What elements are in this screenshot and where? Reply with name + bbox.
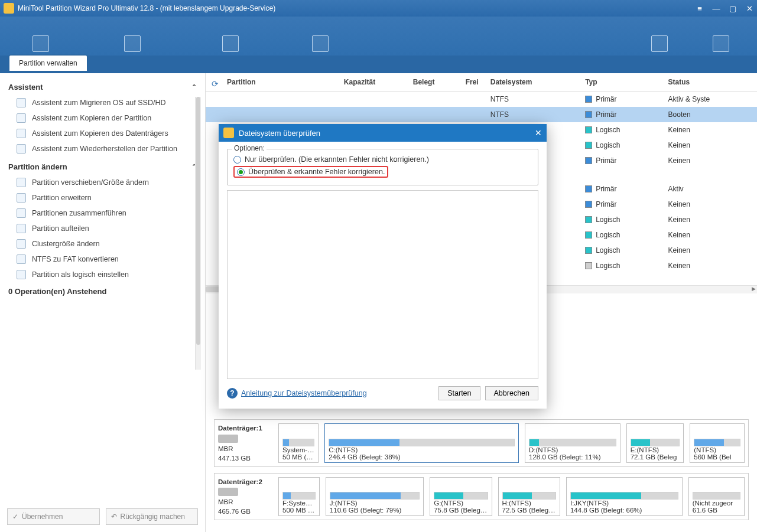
tab-partition-manage[interactable]: Partition verwalten bbox=[9, 56, 87, 71]
sidebar-item-icon bbox=[17, 144, 26, 154]
chevron-up-icon: ⌃ bbox=[191, 83, 197, 91]
status-cell: Keinen bbox=[662, 212, 757, 227]
option-check-and-fix[interactable]: Überprüfen & erkannte Fehler korrigieren… bbox=[233, 166, 388, 178]
fs-cell: NTFS bbox=[485, 107, 579, 122]
sidebar-item-icon bbox=[17, 98, 26, 107]
partition-label: D:(NTFS) bbox=[529, 446, 616, 453]
help-link[interactable]: ? Anleitung zur Dateisystemüberprüfung bbox=[227, 388, 367, 399]
toolbar-icon bbox=[713, 35, 729, 52]
column-header[interactable]: Typ bbox=[579, 73, 662, 92]
minimize-icon[interactable]: — bbox=[712, 4, 720, 13]
option-check-only[interactable]: Nur überprüfen. (Die erkannten Fehler ni… bbox=[233, 154, 532, 165]
type-label: Primär bbox=[596, 185, 616, 193]
sidebar-item-label: NTFS zu FAT konvertieren bbox=[32, 255, 119, 263]
sidebar-item[interactable]: Assistent zum Migrieren OS auf SSD/HD bbox=[0, 95, 205, 110]
help-icon: ? bbox=[227, 388, 238, 399]
disk-scheme: MBR bbox=[218, 497, 272, 507]
partition-sub: 560 MB (Bel bbox=[694, 453, 740, 461]
partition-block[interactable]: (NTFS)560 MB (Bel bbox=[690, 423, 745, 462]
sidebar-item-icon bbox=[17, 224, 26, 233]
group-title: Assistent bbox=[8, 83, 43, 92]
sidebar-item[interactable]: Clustergröße ändern bbox=[0, 236, 205, 252]
sidebar-item-label: Assistent zum Wiederherstellen der Parti… bbox=[32, 145, 177, 153]
check-icon: ✓ bbox=[12, 513, 18, 521]
partition-block[interactable]: J:(NTFS)110.6 GB (Belegt: 79%) bbox=[326, 477, 424, 516]
sidebar-item-label: Assistent zum Kopieren des Datenträgers bbox=[32, 129, 168, 138]
undo-button[interactable]: ↶Rückgängig machen bbox=[106, 508, 199, 525]
partition-label: H:(NTFS) bbox=[502, 500, 556, 507]
status-cell: Keinen bbox=[662, 227, 757, 243]
close-icon[interactable]: ✕ bbox=[745, 4, 753, 13]
sidebar-item[interactable]: Partition verschieben/Größe ändern bbox=[0, 175, 205, 190]
check-filesystem-dialog: Dateisystem überprüfen ✕ Optionen: Nur ü… bbox=[219, 124, 547, 409]
column-header[interactable]: Frei bbox=[440, 73, 484, 92]
sidebar: Assistent⌃Assistent zum Migrieren OS auf… bbox=[0, 73, 206, 532]
sidebar-item[interactable]: Partition aufteilen bbox=[0, 221, 205, 236]
partition-block[interactable]: H:(NTFS)72.5 GB (Belegt: 5 bbox=[498, 477, 560, 516]
toolbar-icon bbox=[222, 35, 239, 52]
disk-scheme: MBR bbox=[218, 444, 272, 453]
radio-checked-icon[interactable] bbox=[237, 168, 245, 176]
sidebar-item[interactable]: Partitionen zusammenführen bbox=[0, 205, 205, 221]
type-color-icon bbox=[585, 216, 592, 223]
radio-icon[interactable] bbox=[233, 156, 241, 164]
sidebar-scrollbar[interactable] bbox=[195, 97, 201, 370]
menu-icon[interactable]: ≡ bbox=[696, 4, 704, 13]
sidebar-group-header[interactable]: Assistent⌃ bbox=[0, 77, 205, 95]
partition-label: J:(NTFS) bbox=[330, 500, 420, 507]
disk-name: Datenträger:2 bbox=[218, 477, 272, 487]
partition-label: I:JKY(NTFS) bbox=[570, 500, 678, 507]
column-header[interactable]: Status bbox=[662, 73, 757, 92]
maximize-icon[interactable]: ▢ bbox=[729, 4, 737, 13]
dialog-logo-icon bbox=[223, 128, 234, 138]
partition-block[interactable]: F:System-re500 MB (Bel bbox=[278, 477, 320, 516]
partition-block[interactable]: C:(NTFS)246.4 GB (Belegt: 38%) bbox=[324, 423, 519, 462]
dialog-close-icon[interactable]: ✕ bbox=[535, 128, 542, 138]
title-bar: MiniTool Partition Wizard Pro Ultimativ … bbox=[0, 0, 757, 17]
partition-block[interactable]: I:JKY(NTFS)144.8 GB (Belegt: 66%) bbox=[566, 477, 683, 516]
sidebar-item-label: Clustergröße ändern bbox=[32, 240, 100, 248]
status-cell: Keinen bbox=[662, 197, 757, 212]
start-button[interactable]: Starten bbox=[438, 386, 480, 400]
group-title: Partition ändern bbox=[8, 162, 67, 171]
type-color-icon bbox=[585, 157, 592, 164]
column-header[interactable]: Kapazität bbox=[304, 73, 381, 92]
partition-block[interactable]: System-res50 MB (Bel bbox=[278, 423, 319, 462]
table-row[interactable]: NTFSPrimärBooten bbox=[206, 107, 757, 122]
options-legend: Optionen: bbox=[232, 144, 267, 152]
partition-sub: 246.4 GB (Belegt: 38%) bbox=[329, 453, 515, 461]
sidebar-item-label: Partition aufteilen bbox=[32, 224, 89, 233]
status-cell: Aktiv bbox=[662, 181, 757, 197]
sidebar-item[interactable]: Assistent zum Wiederherstellen der Parti… bbox=[0, 141, 205, 156]
sidebar-item[interactable]: Assistent zum Kopieren der Partition bbox=[0, 110, 205, 126]
partition-block[interactable]: E:(NTFS)72.1 GB (Beleg bbox=[626, 423, 684, 462]
sidebar-item-icon bbox=[17, 113, 26, 123]
partition-label: (Nicht zugeor bbox=[693, 500, 740, 507]
disk-icon bbox=[218, 488, 238, 496]
disk-size: 465.76 GB bbox=[218, 507, 272, 516]
partition-block[interactable]: G:(NTFS)75.8 GB (Belegt: 5 bbox=[430, 477, 492, 516]
partition-block[interactable]: (Nicht zugeor61.6 GB bbox=[688, 477, 745, 516]
table-row[interactable]: NTFSPrimärAktiv & Syste bbox=[206, 92, 757, 107]
refresh-icon[interactable]: ⟳ bbox=[212, 79, 221, 89]
help-link-label: Anleitung zur Dateisystemüberprüfung bbox=[241, 389, 367, 397]
status-cell: Booten bbox=[662, 107, 757, 122]
sidebar-item[interactable]: Partition als logisch einstellen bbox=[0, 267, 205, 282]
partition-block[interactable]: D:(NTFS)128.0 GB (Belegt: 11%) bbox=[525, 423, 620, 462]
type-color-icon bbox=[585, 111, 592, 118]
type-label: Primär bbox=[596, 156, 616, 165]
type-color-icon bbox=[585, 201, 592, 208]
cancel-button[interactable]: Abbrechen bbox=[485, 386, 538, 400]
column-header[interactable]: Belegt bbox=[381, 73, 440, 92]
sidebar-item-label: Assistent zum Kopieren der Partition bbox=[32, 114, 151, 122]
sidebar-item[interactable]: Partition erweitern bbox=[0, 190, 205, 205]
sidebar-item[interactable]: Assistent zum Kopieren des Datenträgers bbox=[0, 126, 205, 141]
apply-button[interactable]: ✓Übernehmen bbox=[7, 508, 100, 525]
sidebar-group-header[interactable]: Partition ändern⌃ bbox=[0, 156, 205, 175]
status-cell: Keinen bbox=[662, 243, 757, 258]
tab-bar: Partition verwalten bbox=[0, 56, 757, 73]
sidebar-item[interactable]: NTFS zu FAT konvertieren bbox=[0, 252, 205, 267]
column-header[interactable]: Dateisystem bbox=[485, 73, 579, 92]
option-check-only-label: Nur überprüfen. (Die erkannten Fehler ni… bbox=[245, 155, 429, 164]
partition-sub: 50 MB (Bel bbox=[282, 453, 314, 461]
